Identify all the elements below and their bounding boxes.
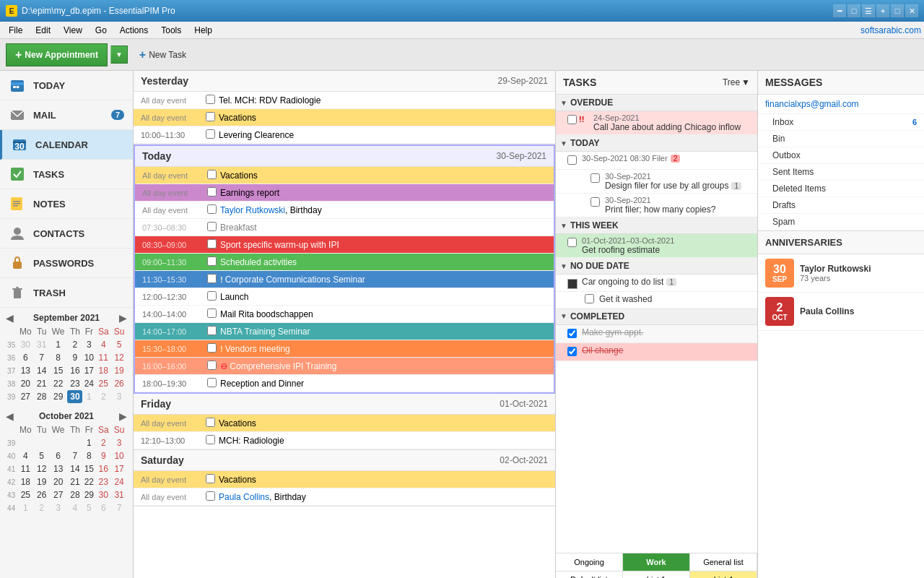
task-group-thisweek[interactable]: ▼ THIS WEEK <box>556 217 757 234</box>
calendar-day[interactable]: 7 <box>67 449 82 462</box>
calendar-day[interactable]: 6 <box>17 351 34 364</box>
calendar-day[interactable]: 20 <box>17 377 34 390</box>
calendar-day[interactable]: 4 <box>17 449 34 462</box>
calendar-day[interactable]: 4 <box>95 338 111 351</box>
task-group-noduedate[interactable]: ▼ NO DUE DATE <box>556 258 757 275</box>
messages-item-sentitems[interactable]: Sent Items <box>758 164 924 181</box>
calendar-day[interactable]: 14 <box>34 364 49 377</box>
new-appointment-dropdown-button[interactable]: ▼ <box>110 46 128 64</box>
event-checkbox[interactable] <box>207 170 217 179</box>
task-group-today[interactable]: ▼ TODAY <box>556 135 757 152</box>
event-checkbox[interactable] <box>207 239 217 249</box>
calendar-day[interactable]: 1 <box>82 390 95 403</box>
calendar-day[interactable]: 13 <box>17 364 34 377</box>
event-checkbox[interactable] <box>207 378 217 387</box>
messages-item-spam[interactable]: Spam <box>758 214 924 230</box>
calendar-day[interactable]: 16 <box>67 364 82 377</box>
event-link[interactable]: Paula Collins <box>219 492 269 502</box>
calendar-day[interactable]: 29 <box>49 390 67 403</box>
event-checkbox-col[interactable] <box>207 170 220 181</box>
event-checkbox[interactable] <box>207 187 217 197</box>
event-checkbox[interactable] <box>206 95 215 104</box>
calendar-day[interactable]: 10 <box>111 449 127 462</box>
calendar-day[interactable]: 10 <box>82 351 95 364</box>
event-checkbox-col[interactable] <box>206 491 219 503</box>
calendar-day[interactable]: 27 <box>49 488 67 501</box>
mini-cal-sep-prev[interactable]: ◀ <box>6 312 14 324</box>
messages-item-outbox[interactable]: Outbox <box>758 147 924 164</box>
tasks-tab-work[interactable]: Work <box>623 553 690 571</box>
sidebar-item-passwords[interactable]: PASSWORDS <box>0 249 133 278</box>
event-checkbox-col[interactable] <box>207 239 220 251</box>
messages-email[interactable]: financialxps@gmail.com <box>758 95 924 114</box>
mini-cal-oct-next[interactable]: ▶ <box>119 410 127 422</box>
event-checkbox-col[interactable] <box>207 222 220 233</box>
calendar-day[interactable]: 26 <box>111 377 127 390</box>
menu-button[interactable]: ☰ <box>862 4 875 17</box>
task-check-week1[interactable] <box>567 238 579 249</box>
calendar-day[interactable]: 18 <box>95 364 111 377</box>
calendar-day[interactable]: 3 <box>111 390 127 403</box>
sidebar-item-notes[interactable]: NOTES <box>0 189 133 219</box>
messages-item-deleteditems[interactable]: Deleted Items <box>758 181 924 197</box>
event-checkbox[interactable] <box>207 361 217 370</box>
event-checkbox-col[interactable] <box>206 129 219 141</box>
task-group-completed[interactable]: ▼ COMPLETED <box>556 309 757 325</box>
event-checkbox-col[interactable] <box>207 291 220 303</box>
calendar-day[interactable]: 5 <box>111 338 127 351</box>
calendar-day[interactable]: 11 <box>95 351 111 364</box>
event-checkbox[interactable] <box>207 256 217 266</box>
calendar-day[interactable]: 6 <box>95 501 111 514</box>
pin-button[interactable]: ⌖ <box>876 4 889 17</box>
calendar-day[interactable]: 23 <box>95 475 111 488</box>
tasks-tab-generallist[interactable]: General list <box>690 553 757 571</box>
calendar-day[interactable]: 23 <box>67 377 82 390</box>
menu-help[interactable]: Help <box>188 24 218 37</box>
calendar-day[interactable]: 20 <box>49 475 67 488</box>
task-group-overdue[interactable]: ▼ OVERDUE <box>556 95 757 111</box>
calendar-day[interactable]: 21 <box>34 377 49 390</box>
event-checkbox-col[interactable] <box>207 343 220 355</box>
calendar-day[interactable]: 2 <box>95 436 111 449</box>
calendar-day[interactable]: 24 <box>82 377 95 390</box>
calendar-day[interactable]: 27 <box>17 390 34 403</box>
messages-item-bin[interactable]: Bin <box>758 131 924 147</box>
tasks-tab-defaultlist[interactable]: Default list <box>556 571 623 578</box>
calendar-day[interactable]: 25 <box>17 488 34 501</box>
calendar-day[interactable]: 8 <box>49 351 67 364</box>
sidebar-item-contacts[interactable]: CONTACTS <box>0 219 133 249</box>
sidebar-item-tasks[interactable]: TASKS <box>0 160 133 189</box>
event-link[interactable]: Taylor Rutkowski <box>220 205 285 215</box>
restore-button[interactable]: □ <box>847 4 860 17</box>
menu-tools[interactable]: Tools <box>155 24 187 37</box>
event-checkbox[interactable] <box>206 129 215 139</box>
event-checkbox-col[interactable] <box>207 274 220 285</box>
task-checkbox[interactable] <box>590 197 600 207</box>
event-checkbox-col[interactable] <box>207 326 220 337</box>
calendar-day[interactable]: 15 <box>49 364 67 377</box>
calendar-day[interactable]: 31 <box>111 488 127 501</box>
calendar-day[interactable]: 21 <box>67 475 82 488</box>
task-check-today1[interactable] <box>567 155 579 167</box>
calendar-day[interactable]: 22 <box>49 377 67 390</box>
messages-item-drafts[interactable]: Drafts <box>758 197 924 214</box>
event-checkbox-col[interactable] <box>206 95 219 106</box>
menu-file[interactable]: File <box>3 24 28 37</box>
calendar-day[interactable]: 30 <box>95 488 111 501</box>
mini-cal-sep-next[interactable]: ▶ <box>119 312 127 324</box>
task-sub-check-nodue[interactable] <box>585 294 596 306</box>
calendar-day[interactable]: 24 <box>111 475 127 488</box>
calendar-day[interactable]: 15 <box>82 462 95 475</box>
new-task-button[interactable]: + New Task <box>131 44 195 66</box>
calendar-day[interactable]: 19 <box>111 364 127 377</box>
menu-go[interactable]: Go <box>90 24 113 37</box>
event-checkbox[interactable] <box>207 274 217 283</box>
sidebar-item-today[interactable]: TODAY <box>0 71 133 100</box>
task-check-comp2[interactable] <box>567 347 579 358</box>
calendar-day[interactable]: 1 <box>17 501 34 514</box>
calendar-day[interactable]: 3 <box>82 338 95 351</box>
calendar-day[interactable]: 12 <box>111 351 127 364</box>
calendar-day[interactable]: 11 <box>17 462 34 475</box>
calendar-day[interactable]: 30 <box>67 390 82 403</box>
calendar-day[interactable]: 13 <box>49 462 67 475</box>
